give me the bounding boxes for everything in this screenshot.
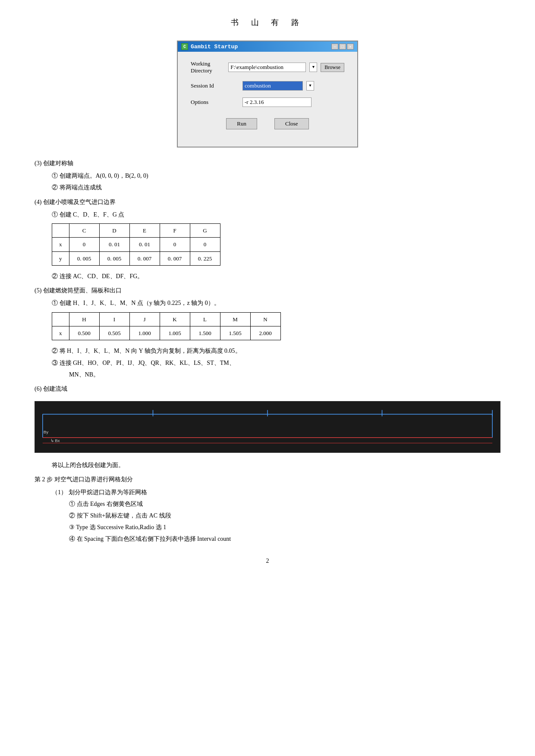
- table-cell: 0. 005: [69, 251, 99, 265]
- gambit-footer: Run Close: [191, 114, 344, 138]
- working-directory-dropdown[interactable]: ▼: [309, 63, 317, 72]
- step5-sub3: ③ 连接 GH、HO、OP、PI、IJ、JQ、QR、RK、KL、LS、ST、TM…: [52, 358, 500, 368]
- step2-1-sub4: ④ 在 Spacing 下面白色区域右侧下拉列表中选择 Interval cou…: [69, 533, 500, 544]
- table-cell: 1.005: [160, 326, 190, 340]
- diagram-note: 将以上闭合线段创建为面。: [52, 460, 500, 471]
- step2-1-title: （1） 划分甲烷进口边界为等距网格: [52, 487, 500, 498]
- step2-1-sub1: ① 点击 Edges 右侧黄色区域: [69, 499, 500, 509]
- table-cell: G: [190, 223, 220, 237]
- table-cell: 1.500: [190, 326, 220, 340]
- session-id-label: Session Id: [191, 82, 242, 89]
- step-second-title: 第 2 步 对空气进口边界进行网格划分: [35, 474, 500, 485]
- step4-sub1: ① 创建 C、D、E、F、G 点: [52, 209, 500, 220]
- table-cell: 0: [160, 238, 190, 251]
- step6-title: (6) 创建流域: [35, 383, 500, 394]
- main-content: (3) 创建对称轴 ① 创建两端点。A(0, 0, 0)，B(2, 0, 0) …: [35, 158, 500, 545]
- table-cell: 0.505: [99, 326, 129, 340]
- working-directory-row: Working Directory ▼ Browse: [191, 60, 344, 74]
- session-id-input[interactable]: [242, 81, 303, 91]
- step4-sub2: ② 连接 AC、CD、DE、DF、FG。: [52, 271, 500, 282]
- step5-sub2: ② 将 H、I、J、K、L、M、N 向 Y 轴负方向复制，距离为板高度 0.05…: [52, 345, 500, 356]
- step2-1-sub2: ② 按下 Shift+鼠标左键，点击 AC 线段: [69, 510, 500, 521]
- svg-rect-0: [38, 402, 497, 452]
- step4-title: (4) 创建小喷嘴及空气进口边界: [35, 197, 500, 207]
- options-input[interactable]: [242, 97, 312, 107]
- step3-sub1: ① 创建两端点。A(0, 0, 0)，B(2, 0, 0): [52, 170, 500, 181]
- table-cell: E: [129, 223, 160, 237]
- working-directory-field: ▼ Browse: [228, 63, 344, 72]
- table-cell: 1.505: [220, 326, 250, 340]
- minimize-button[interactable]: —: [331, 44, 338, 50]
- working-directory-input[interactable]: [228, 63, 306, 72]
- gambit-window: C Gambit Startup — □ ✕ Working Directory…: [177, 41, 358, 147]
- table-cell: 1.000: [129, 326, 160, 340]
- table-cell: 0. 005: [99, 251, 129, 265]
- window-controls[interactable]: — □ ✕: [331, 44, 354, 50]
- table-cdefg: C D E F G x 0 0. 01 0. 01 0 0 y 0. 005 0…: [52, 223, 220, 266]
- svg-text:By: By: [44, 430, 49, 434]
- step3-title: (3) 创建对称轴: [35, 158, 500, 169]
- session-id-dropdown[interactable]: ▼: [306, 81, 314, 91]
- gambit-icon: C: [181, 43, 188, 50]
- maximize-button[interactable]: □: [339, 44, 346, 50]
- table-cell: N: [250, 312, 280, 326]
- table-cell: 0. 007: [129, 251, 160, 265]
- session-id-field: ▼: [242, 81, 344, 91]
- table-cell: 0. 225: [190, 251, 220, 265]
- table-cell: 0. 007: [160, 251, 190, 265]
- svg-text:↳ Bx: ↳ Bx: [50, 439, 60, 443]
- table-cell: [52, 223, 69, 237]
- table-cell: I: [99, 312, 129, 326]
- table-row: H I J K L M N: [52, 312, 281, 326]
- table-cell: 0: [69, 238, 99, 251]
- close-button[interactable]: Close: [274, 118, 309, 129]
- table-row: x 0 0. 01 0. 01 0 0: [52, 238, 220, 251]
- step5-title: (5) 创建燃烧筒壁面、隔板和出口: [35, 285, 500, 296]
- options-label: Options: [191, 99, 242, 106]
- table-row: y 0. 005 0. 005 0. 007 0. 007 0. 225: [52, 251, 220, 265]
- table-cell: H: [69, 312, 99, 326]
- page-number: 2: [35, 558, 500, 565]
- step5-sub1: ① 创建 H、I、J、K、L、M、N 点（y 轴为 0.225，z 轴为 0）。: [52, 298, 500, 308]
- page-header: 书 山 有 路: [35, 17, 500, 28]
- table-cell: 0. 01: [129, 238, 160, 251]
- run-button[interactable]: Run: [226, 118, 257, 129]
- table-row: C D E F G: [52, 223, 220, 237]
- table-cell: 2.000: [250, 326, 280, 340]
- table-cell: [52, 312, 69, 326]
- options-field: [242, 97, 344, 107]
- table-cell: x: [52, 326, 69, 340]
- table-cell: J: [129, 312, 160, 326]
- step5-sub3-cont: MN、NB。: [69, 369, 500, 380]
- diagram-area: By ↳ Bx: [35, 401, 500, 453]
- table-cell: F: [160, 223, 190, 237]
- table-hijklmn: H I J K L M N x 0.500 0.505 1.000 1.005 …: [52, 312, 281, 341]
- table-cell: M: [220, 312, 250, 326]
- table-cell: x: [52, 238, 69, 251]
- table-cell: 0: [190, 238, 220, 251]
- diagram-svg: By ↳ Bx: [35, 402, 500, 452]
- close-button-win[interactable]: ✕: [347, 44, 354, 50]
- step3-sub2: ② 将两端点连成线: [52, 182, 500, 193]
- working-directory-label: Working Directory: [191, 60, 228, 74]
- gambit-titlebar: C Gambit Startup — □ ✕: [178, 41, 357, 52]
- table-cell: D: [99, 223, 129, 237]
- table-cell: 0. 01: [99, 238, 129, 251]
- table-cell: C: [69, 223, 99, 237]
- step2-1-sub3: ③ Type 选 Successive Ratio,Radio 选 1: [69, 522, 500, 533]
- gambit-body: Working Directory ▼ Browse Session Id ▼ …: [178, 52, 357, 147]
- browse-button[interactable]: Browse: [321, 63, 344, 72]
- table-cell: L: [190, 312, 220, 326]
- table-cell: y: [52, 251, 69, 265]
- table-row: x 0.500 0.505 1.000 1.005 1.500 1.505 2.…: [52, 326, 281, 340]
- table-cell: K: [160, 312, 190, 326]
- titlebar-left: C Gambit Startup: [181, 43, 238, 50]
- table-cell: 0.500: [69, 326, 99, 340]
- session-id-row: Session Id ▼: [191, 81, 344, 91]
- gambit-title: Gambit Startup: [191, 44, 238, 50]
- options-row: Options: [191, 97, 344, 107]
